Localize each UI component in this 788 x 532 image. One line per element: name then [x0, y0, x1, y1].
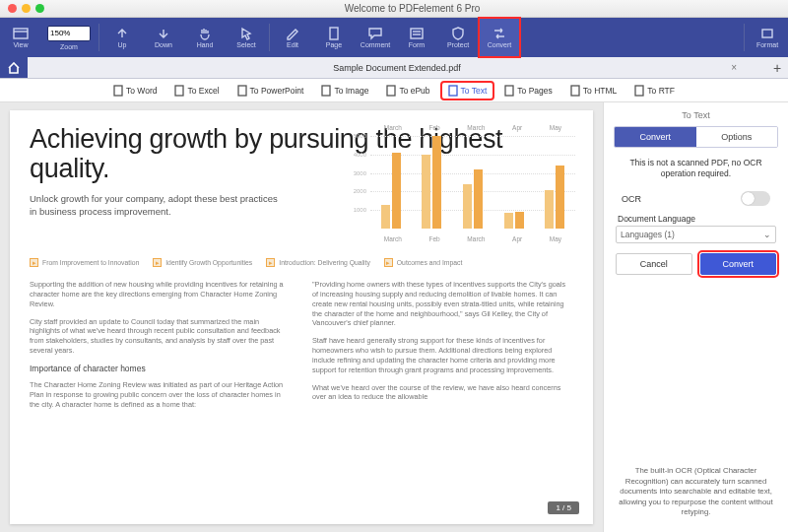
cursor-icon: [238, 27, 254, 40]
page-indicator: 1 / 5: [548, 501, 579, 514]
home-tab[interactable]: [0, 57, 28, 78]
edit-icon: [285, 27, 300, 40]
zoom-input[interactable]: [47, 26, 91, 41]
close-tab-icon[interactable]: ×: [731, 62, 737, 73]
hand-icon: [197, 27, 213, 40]
comment-icon: [367, 27, 383, 40]
to-pages-button[interactable]: To Pages: [498, 83, 558, 99]
svg-rect-2: [330, 28, 338, 39]
section-link[interactable]: ▸Outcomes and Impact: [384, 258, 463, 267]
body-columns: Supporting the addition of new housing w…: [30, 280, 573, 516]
view-icon: [13, 27, 29, 40]
hand-button[interactable]: Hand: [184, 18, 226, 57]
svg-rect-14: [571, 86, 579, 96]
cancel-button[interactable]: Cancel: [616, 253, 692, 275]
ocr-toggle[interactable]: [741, 191, 770, 206]
svg-rect-0: [14, 29, 28, 38]
to-rtf-button[interactable]: To RTF: [628, 83, 681, 99]
convert-panel: To Text Convert Options This is not a sc…: [603, 102, 788, 532]
svg-rect-10: [322, 86, 330, 96]
down-button[interactable]: Down: [143, 18, 184, 57]
window-title: Welcome to PDFelement 6 Pro: [44, 3, 780, 14]
panel-footer-info: The built-in OCR (Optical Character Reco…: [604, 456, 788, 532]
ocr-label: OCR: [622, 194, 641, 204]
protect-button[interactable]: Protect: [437, 18, 479, 57]
section-link[interactable]: ▸Introduction: Delivering Quality: [266, 258, 370, 267]
panel-title: To Text: [604, 102, 788, 126]
chevron-down-icon: ⌄: [763, 230, 771, 239]
page-icon: [326, 27, 342, 40]
document-page: Achieving growth by pursuing the highest…: [10, 110, 593, 524]
comment-button[interactable]: Comment: [355, 18, 396, 57]
arrow-down-icon: [156, 27, 171, 40]
fullscreen-window-button[interactable]: [35, 4, 44, 13]
document-tab[interactable]: Sample Document Extended.pdf ×: [28, 63, 766, 73]
page-button[interactable]: Page: [313, 18, 355, 57]
to-text-button[interactable]: To Text: [442, 83, 493, 99]
to-image-button[interactable]: To Image: [315, 83, 374, 99]
edit-button[interactable]: Edit: [272, 18, 313, 57]
form-icon: [409, 27, 425, 40]
language-label: Document Language: [604, 214, 788, 226]
svg-rect-12: [449, 86, 457, 96]
svg-rect-11: [387, 86, 395, 96]
svg-rect-7: [114, 86, 122, 96]
up-button[interactable]: Up: [101, 18, 143, 57]
main-toolbar: View Zoom Up Down Hand Select Edit Page …: [0, 18, 788, 57]
svg-rect-9: [238, 86, 246, 96]
format-icon: [759, 27, 775, 40]
svg-rect-13: [505, 86, 513, 96]
document-viewport[interactable]: Achieving growth by pursuing the highest…: [0, 102, 603, 532]
select-button[interactable]: Select: [226, 18, 267, 57]
view-button[interactable]: View: [0, 18, 41, 57]
shield-icon: [450, 27, 466, 40]
form-button[interactable]: Form: [396, 18, 437, 57]
convert-targets-bar: To Word To Excel To PowerPoint To Image …: [0, 79, 788, 102]
svg-rect-3: [411, 29, 423, 38]
to-excel-button[interactable]: To Excel: [168, 83, 225, 99]
section-links: ▸From Improvement to Innovation▸Identify…: [30, 258, 573, 267]
ocr-message: This is not a scanned PDF, no OCR operat…: [604, 148, 788, 189]
panel-tab-convert[interactable]: Convert: [615, 127, 696, 147]
section-link[interactable]: ▸Identify Growth Opportunities: [153, 258, 252, 267]
bar-chart: MarchFebMarchAprMay MarchFebMarchAprMay …: [349, 124, 575, 242]
window-titlebar: Welcome to PDFelement 6 Pro: [0, 0, 788, 18]
arrow-up-icon: [114, 27, 130, 40]
svg-rect-15: [635, 86, 643, 96]
close-window-button[interactable]: [8, 4, 17, 13]
convert-icon: [492, 27, 507, 40]
section-link[interactable]: ▸From Improvement to Innovation: [30, 258, 139, 267]
to-powerpoint-button[interactable]: To PowerPoint: [231, 83, 310, 99]
traffic-lights: [8, 4, 44, 13]
to-epub-button[interactable]: To ePub: [380, 83, 435, 99]
subheadline: Unlock growth for your company, adopt th…: [30, 193, 286, 219]
panel-tabs: Convert Options: [614, 126, 778, 148]
format-button[interactable]: Format: [747, 18, 788, 57]
convert-action-button[interactable]: Convert: [700, 253, 777, 275]
svg-rect-8: [175, 86, 183, 96]
add-tab-button[interactable]: +: [766, 60, 788, 76]
svg-rect-6: [762, 30, 772, 37]
convert-button[interactable]: Convert: [479, 18, 520, 57]
to-html-button[interactable]: To HTML: [564, 83, 623, 99]
minimize-window-button[interactable]: [22, 4, 31, 13]
zoom-control[interactable]: Zoom: [41, 18, 97, 57]
language-select[interactable]: Languages (1) ⌄: [616, 226, 776, 243]
to-word-button[interactable]: To Word: [107, 83, 164, 99]
panel-tab-options[interactable]: Options: [696, 127, 778, 147]
document-tabs: Sample Document Extended.pdf × +: [0, 57, 788, 79]
